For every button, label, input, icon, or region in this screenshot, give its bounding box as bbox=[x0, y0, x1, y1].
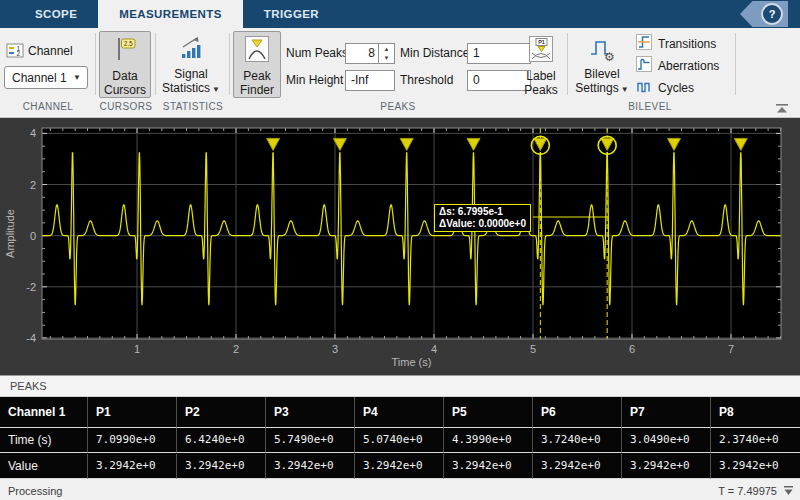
peaks-table-value-cell: 2.3740e+0 bbox=[711, 428, 800, 453]
peaks-table-value-cell: 3.2942e+0 bbox=[622, 454, 711, 479]
peaks-table-channel-header: Channel 1 bbox=[0, 397, 88, 428]
peaks-table-header-cell: P6 bbox=[533, 397, 622, 428]
simulation-time: T = 7.49975 bbox=[718, 485, 777, 497]
help-button[interactable]: ? bbox=[761, 3, 783, 25]
bilevel-settings-button[interactable]: ⚙ BilevelSettings▼ bbox=[573, 31, 631, 98]
label-peaks-button-label: LabelPeaks bbox=[524, 69, 557, 97]
tab-measurements[interactable]: MEASUREMENTS bbox=[98, 0, 243, 28]
tab-scope[interactable]: SCOPE bbox=[14, 0, 98, 28]
num-peaks-label: Num Peaks bbox=[286, 43, 348, 64]
num-peaks-spinner[interactable]: 8 ▲▼ bbox=[345, 43, 395, 64]
num-peaks-value[interactable]: 8 bbox=[346, 44, 378, 63]
transitions-label: Transitions bbox=[658, 37, 716, 51]
data-cursors-button-label: DataCursors bbox=[104, 69, 146, 97]
cycles-icon bbox=[636, 78, 652, 98]
cycles-button[interactable]: Cycles bbox=[636, 78, 694, 98]
group-divider bbox=[567, 33, 568, 95]
channel-label: Channel bbox=[28, 41, 73, 62]
peaks-table-header-cell: P5 bbox=[444, 397, 533, 428]
scope-plot-panel: 1234567-4-2024Time (s)Amplitude Δs: 6.79… bbox=[0, 118, 800, 375]
data-cursors-icon: 2.5 bbox=[113, 36, 137, 66]
label-peaks-button[interactable]: P1 LabelPeaks bbox=[518, 31, 564, 98]
aberrations-button[interactable]: Aberrations bbox=[636, 56, 719, 76]
svg-text:2: 2 bbox=[17, 50, 21, 57]
peaks-table-value-cell: 5.7490e+0 bbox=[266, 428, 355, 453]
min-height-input[interactable]: -Inf bbox=[345, 70, 395, 91]
transitions-button[interactable]: Transitions bbox=[636, 34, 716, 54]
spin-up-button[interactable]: ▲ bbox=[379, 44, 394, 54]
min-height-label: Min Height bbox=[286, 70, 343, 91]
y-tick-label: -2 bbox=[26, 281, 36, 293]
collapse-toolstrip-button[interactable] bbox=[774, 101, 790, 119]
spin-down-button[interactable]: ▼ bbox=[379, 54, 394, 64]
peak-finder-button[interactable]: PeakFinder bbox=[233, 31, 281, 98]
peaks-table-header-cell: P4 bbox=[355, 397, 444, 428]
channel-dropdown[interactable]: Channel 1 ▼ bbox=[4, 66, 88, 89]
x-tick-label: 3 bbox=[332, 343, 338, 355]
group-label-peaks: PEAKS bbox=[233, 101, 563, 112]
peaks-table-value-cell: 7.0990e+0 bbox=[88, 428, 177, 453]
data-cursors-button[interactable]: 2.5 DataCursors bbox=[99, 31, 151, 98]
peaks-table-value-cell: 3.2942e+0 bbox=[88, 454, 177, 479]
tab-trigger[interactable]: TRIGGER bbox=[243, 0, 340, 28]
peaks-panel-title: PEAKS bbox=[0, 375, 800, 397]
x-tick-label: 5 bbox=[530, 343, 536, 355]
chevron-down-icon: ▼ bbox=[212, 85, 220, 94]
y-tick-label: 0 bbox=[30, 230, 36, 242]
peaks-table: Channel 1P1P2P3P4P5P6P7P8Time (s)7.0990e… bbox=[0, 397, 800, 479]
peaks-table-header-cell: P8 bbox=[711, 397, 800, 428]
peaks-table-value-cell: 4.3990e+0 bbox=[444, 428, 533, 453]
peaks-table-value-cell: 3.2942e+0 bbox=[711, 454, 800, 479]
svg-text:2.5: 2.5 bbox=[124, 40, 133, 47]
cursor-delta-tooltip[interactable]: Δs: 6.7995e-1 ΔValue: 0.0000e+0 bbox=[434, 204, 531, 232]
group-divider bbox=[735, 33, 736, 95]
status-bar: Processing T = 7.49975 bbox=[0, 479, 800, 500]
x-tick-label: 1 bbox=[134, 343, 140, 355]
peaks-table-row-label: Time (s) bbox=[0, 428, 88, 453]
channel-icon: 12 bbox=[6, 43, 24, 63]
group-label-bilevel: BILEVEL bbox=[570, 101, 730, 112]
jump-to-end-icon[interactable] bbox=[783, 485, 794, 496]
group-label-channel: CHANNEL bbox=[0, 101, 96, 112]
y-tick-label: 2 bbox=[30, 179, 36, 191]
signal-statistics-button[interactable]: SignalStatistics▼ bbox=[160, 31, 222, 98]
aberrations-label: Aberrations bbox=[658, 59, 719, 73]
peaks-table-row-label: Value bbox=[0, 454, 88, 479]
peaks-table-value-cell: 3.0490e+0 bbox=[622, 428, 711, 453]
svg-text:P1: P1 bbox=[538, 39, 545, 45]
min-distance-label: Min Distance bbox=[400, 43, 469, 64]
bilevel-settings-icon: ⚙ bbox=[588, 36, 616, 66]
group-divider bbox=[95, 33, 96, 95]
status-text: Processing bbox=[0, 485, 62, 497]
num-peaks-spin-buttons: ▲▼ bbox=[378, 44, 394, 63]
peaks-table-header-cell: P3 bbox=[266, 397, 355, 428]
peaks-table-value-cell: 3.2942e+0 bbox=[266, 454, 355, 479]
peaks-table-header-cell: P7 bbox=[622, 397, 711, 428]
peaks-table-header-cell: P2 bbox=[177, 397, 266, 428]
x-axis-label: Time (s) bbox=[392, 356, 432, 368]
x-tick-label: 4 bbox=[431, 343, 437, 355]
chevron-down-icon: ▼ bbox=[73, 73, 87, 82]
y-tick-label: -4 bbox=[26, 332, 36, 344]
peaks-table-value-cell: 3.2942e+0 bbox=[355, 454, 444, 479]
x-tick-label: 6 bbox=[629, 343, 635, 355]
peaks-table-header-cell: P1 bbox=[88, 397, 177, 428]
help-banner: ? bbox=[740, 1, 788, 27]
toolstrip-tabbar: SCOPE MEASUREMENTS TRIGGER ? bbox=[0, 0, 800, 28]
y-axis-label: Amplitude bbox=[4, 209, 16, 258]
axes-background bbox=[42, 128, 781, 339]
x-tick-label: 2 bbox=[233, 343, 239, 355]
cursor-delta-time: Δs: 6.7995e-1 bbox=[439, 206, 526, 218]
transitions-icon bbox=[636, 34, 652, 54]
measurements-toolstrip: 12 Channel Channel 1 ▼ 2.5 DataCursors S… bbox=[0, 28, 800, 118]
peaks-table-value-cell: 6.4240e+0 bbox=[177, 428, 266, 453]
label-peaks-icon: P1 bbox=[529, 36, 553, 66]
aberrations-icon bbox=[636, 56, 652, 76]
cycles-label: Cycles bbox=[658, 81, 694, 95]
channel-dropdown-value: Channel 1 bbox=[5, 71, 73, 85]
x-tick-label: 7 bbox=[728, 343, 734, 355]
peak-finder-button-label: PeakFinder bbox=[240, 69, 274, 97]
signal-statistics-icon bbox=[179, 36, 203, 64]
signal-statistics-button-label: SignalStatistics▼ bbox=[162, 67, 220, 97]
group-divider bbox=[155, 33, 156, 95]
